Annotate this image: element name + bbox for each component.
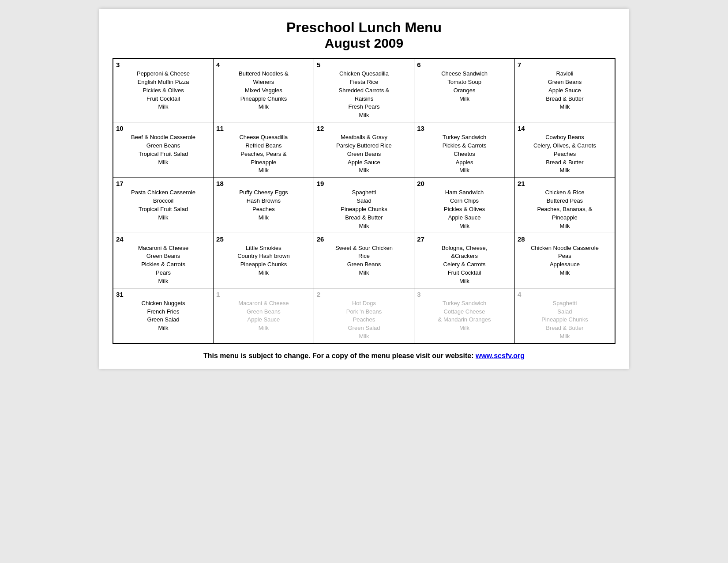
day-menu: Pasta Chicken CasseroleBroccoilTropical … bbox=[116, 189, 210, 222]
day-number: 4 bbox=[216, 61, 311, 68]
day-number: 20 bbox=[417, 180, 512, 187]
calendar-cell: 13Turkey SandwichPickles & CarrotsCheeto… bbox=[414, 122, 515, 178]
day-menu: Cheese QuesadillaRefried BeansPeaches, P… bbox=[216, 133, 311, 175]
day-number: 3 bbox=[116, 61, 210, 68]
calendar-cell: 12Meatballs & GravyParsley Buttered Rice… bbox=[314, 122, 414, 178]
day-number: 12 bbox=[317, 125, 412, 132]
calendar-cell: 14Cowboy BeansCelery, Olives, & CarrotsP… bbox=[514, 122, 615, 178]
calendar-cell: 10Beef & Noodle CasseroleGreen BeansTrop… bbox=[113, 122, 214, 178]
day-menu: Chicken QuesadillaFiesta RiceShredded Ca… bbox=[317, 70, 412, 120]
calendar-cell: 28Chicken Noodle CasserolePeasApplesauce… bbox=[514, 233, 615, 288]
day-menu: Chicken Noodle CasserolePeasApplesauceMi… bbox=[518, 244, 612, 277]
day-menu: Meatballs & GravyParsley Buttered RiceGr… bbox=[317, 133, 412, 175]
calendar-cell: 2Hot DogsPork 'n BeansPeachesGreen Salad… bbox=[314, 288, 414, 344]
day-number: 24 bbox=[116, 235, 210, 243]
calendar-cell: 20Ham SandwichCorn ChipsPickles & Olives… bbox=[414, 178, 515, 233]
day-number: 17 bbox=[116, 180, 210, 187]
day-number: 1 bbox=[216, 291, 311, 298]
calendar-cell: 18Puffy Cheesy EggsHash BrownsPeachesMil… bbox=[214, 178, 314, 233]
day-number: 3 bbox=[417, 291, 512, 298]
calendar-cell: 6Cheese SandwichTomato SoupOrangesMilk bbox=[414, 58, 515, 122]
day-menu: Beef & Noodle CasseroleGreen BeansTropic… bbox=[116, 133, 210, 166]
day-number: 2 bbox=[317, 291, 412, 298]
day-number: 5 bbox=[317, 61, 412, 68]
day-menu: Ham SandwichCorn ChipsPickles & OlivesAp… bbox=[417, 189, 512, 230]
day-menu: RavioliGreen BeansApple SauceBread & But… bbox=[518, 70, 612, 111]
day-number: 13 bbox=[417, 125, 512, 132]
day-menu: Chicken & RiceButtered PeasPeaches, Bana… bbox=[518, 189, 612, 230]
header: Preschool Lunch Menu August 2009 bbox=[113, 19, 615, 51]
day-number: 27 bbox=[417, 235, 512, 243]
day-menu: Bologna, Cheese,&CrackersCelery & Carrot… bbox=[417, 244, 512, 286]
calendar-cell: 5Chicken QuesadillaFiesta RiceShredded C… bbox=[314, 58, 414, 122]
calendar-cell: 25Little SmokiesCountry Hash brownPineap… bbox=[214, 233, 314, 288]
page-title: Preschool Lunch Menu bbox=[113, 19, 615, 36]
day-menu: SpaghettiSaladPineapple ChunksBread & Bu… bbox=[518, 299, 612, 341]
calendar-cell: 3Pepperoni & CheeseEnglish Muffin PizzaP… bbox=[113, 58, 214, 122]
page-subtitle: August 2009 bbox=[113, 36, 615, 51]
day-number: 14 bbox=[518, 125, 612, 132]
day-menu: Chicken NuggetsFrench FriesGreen SaladMi… bbox=[116, 299, 210, 333]
day-menu: Cheese SandwichTomato SoupOrangesMilk bbox=[417, 70, 512, 103]
calendar-cell: 17Pasta Chicken CasseroleBroccoilTropica… bbox=[113, 178, 214, 233]
calendar-cell: 4Buttered Noodles &WienersMixed VeggiesP… bbox=[214, 58, 314, 122]
day-number: 4 bbox=[518, 291, 612, 298]
day-menu: Pepperoni & CheeseEnglish Muffin PizzaPi… bbox=[116, 70, 210, 111]
day-number: 19 bbox=[317, 180, 412, 187]
day-number: 21 bbox=[518, 180, 612, 187]
day-menu: Puffy Cheesy EggsHash BrownsPeachesMilk bbox=[216, 189, 311, 222]
footer-link[interactable]: www.scsfv.org bbox=[476, 352, 525, 359]
day-menu: Hot DogsPork 'n BeansPeachesGreen SaladM… bbox=[317, 299, 412, 341]
day-menu: Macaroni & CheeseGreen BeansApple SauceM… bbox=[216, 299, 311, 333]
calendar-cell: 4SpaghettiSaladPineapple ChunksBread & B… bbox=[514, 288, 615, 344]
day-menu: Macaroni & CheeseGreen BeansPickles & Ca… bbox=[116, 244, 210, 286]
calendar-cell: 19SpaghettiSaladPineapple ChunksBread & … bbox=[314, 178, 414, 233]
day-number: 18 bbox=[216, 180, 311, 187]
day-menu: Little SmokiesCountry Hash brownPineappl… bbox=[216, 244, 311, 277]
calendar-cell: 27Bologna, Cheese,&CrackersCelery & Carr… bbox=[414, 233, 515, 288]
calendar-cell: 26Sweet & Sour ChickenRiceGreen BeansMil… bbox=[314, 233, 414, 288]
page: Preschool Lunch Menu August 2009 3Pepper… bbox=[99, 9, 629, 369]
calendar-cell: 31Chicken NuggetsFrench FriesGreen Salad… bbox=[113, 288, 214, 344]
day-menu: Buttered Noodles &WienersMixed VeggiesPi… bbox=[216, 70, 311, 111]
calendar-cell: 3Turkey SandwichCottage Cheese& Mandarin… bbox=[414, 288, 515, 344]
day-number: 7 bbox=[518, 61, 612, 68]
calendar-cell: 21Chicken & RiceButtered PeasPeaches, Ba… bbox=[514, 178, 615, 233]
day-number: 26 bbox=[317, 235, 412, 243]
footer-text: This menu is subject to change. For a co… bbox=[203, 352, 476, 359]
day-number: 31 bbox=[116, 291, 210, 298]
day-menu: Sweet & Sour ChickenRiceGreen BeansMilk bbox=[317, 244, 412, 277]
calendar-table: 3Pepperoni & CheeseEnglish Muffin PizzaP… bbox=[113, 58, 615, 344]
day-menu: Turkey SandwichCottage Cheese& Mandarin … bbox=[417, 299, 512, 333]
day-number: 25 bbox=[216, 235, 311, 243]
day-menu: Cowboy BeansCelery, Olives, & CarrotsPea… bbox=[518, 133, 612, 175]
calendar-cell: 24Macaroni & CheeseGreen BeansPickles & … bbox=[113, 233, 214, 288]
day-number: 28 bbox=[518, 235, 612, 243]
day-menu: Turkey SandwichPickles & CarrotsCheetosA… bbox=[417, 133, 512, 175]
day-menu: SpaghettiSaladPineapple ChunksBread & Bu… bbox=[317, 189, 412, 230]
calendar-cell: 7RavioliGreen BeansApple SauceBread & Bu… bbox=[514, 58, 615, 122]
day-number: 6 bbox=[417, 61, 512, 68]
calendar-cell: 11Cheese QuesadillaRefried BeansPeaches,… bbox=[214, 122, 314, 178]
calendar-cell: 1Macaroni & CheeseGreen BeansApple Sauce… bbox=[214, 288, 314, 344]
day-number: 10 bbox=[116, 125, 210, 132]
day-number: 11 bbox=[216, 125, 311, 132]
footer: This menu is subject to change. For a co… bbox=[113, 352, 615, 360]
